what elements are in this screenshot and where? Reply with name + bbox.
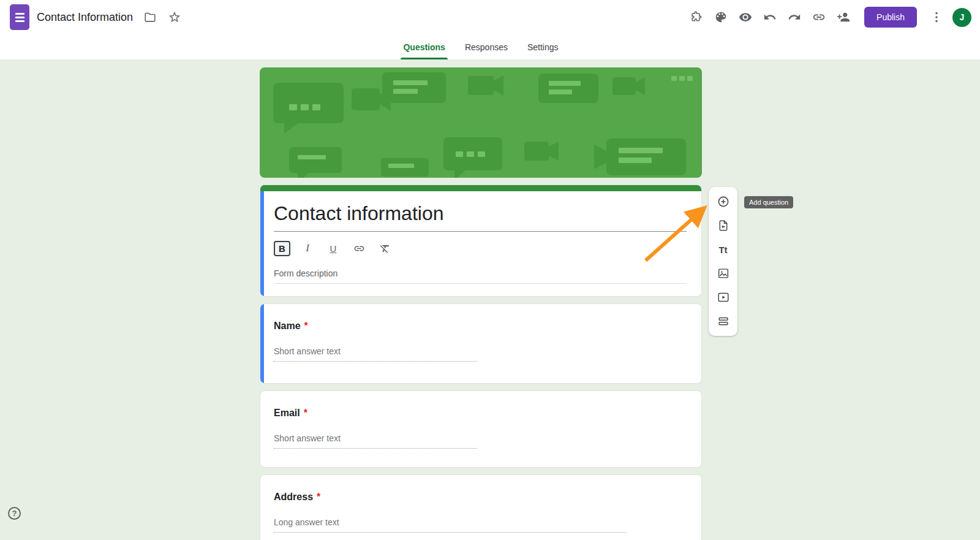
short-answer-placeholder: Short answer text — [274, 346, 477, 362]
more-vert-icon — [930, 10, 943, 24]
question-label-text: Name — [274, 321, 301, 331]
floating-action-toolbar: Tt — [709, 187, 737, 336]
forms-logo-icon[interactable] — [10, 4, 29, 30]
form-tabs: Questions Responses Settings — [0, 34, 980, 59]
link-icon — [812, 10, 826, 24]
add-image-icon — [717, 267, 730, 280]
logo-list-lines — [15, 13, 24, 15]
move-folder-button[interactable] — [138, 5, 162, 29]
question-label[interactable]: Address* — [274, 492, 687, 503]
required-asterisk: * — [304, 408, 307, 418]
person-add-icon — [837, 10, 850, 24]
question-card-email[interactable]: Email* Short answer text — [260, 390, 702, 468]
undo-button[interactable] — [758, 5, 782, 29]
selection-indicator — [260, 185, 264, 296]
add-video-icon — [717, 291, 730, 304]
tab-settings[interactable]: Settings — [520, 34, 566, 59]
add-title-button[interactable]: Tt — [713, 239, 734, 260]
question-label-text: Email — [274, 408, 300, 418]
insert-link-button[interactable] — [350, 240, 368, 256]
format-toolbar: B I U — [274, 240, 687, 256]
star-button[interactable] — [162, 5, 187, 29]
add-video-button[interactable] — [713, 287, 734, 308]
form-description-input[interactable] — [274, 268, 687, 284]
clear-formatting-icon — [379, 243, 391, 254]
question-card-address[interactable]: Address* Long answer text — [260, 474, 702, 540]
theme-accent-bar — [260, 185, 701, 191]
question-card-name[interactable]: Name* Short answer text — [260, 303, 702, 384]
star-icon — [168, 10, 181, 24]
redo-icon — [788, 10, 801, 24]
customize-theme-button[interactable] — [709, 5, 733, 29]
more-options-button[interactable] — [924, 5, 949, 29]
copy-link-button[interactable] — [807, 5, 831, 29]
extensions-button[interactable] — [684, 5, 709, 29]
help-icon: ? — [12, 509, 17, 518]
add-section-button[interactable] — [713, 311, 734, 332]
redo-button[interactable] — [782, 5, 807, 29]
extensions-icon — [690, 10, 703, 24]
preview-button[interactable] — [733, 5, 758, 29]
clear-formatting-button[interactable] — [376, 240, 393, 256]
tab-responses[interactable]: Responses — [458, 34, 515, 59]
form-canvas: B I U Name* Short answer text Email* Sho… — [0, 59, 980, 540]
bold-button[interactable]: B — [274, 241, 290, 256]
form-column: B I U Name* Short answer text Email* Sho… — [260, 67, 702, 540]
long-answer-placeholder: Long answer text — [274, 517, 627, 533]
palette-icon — [714, 10, 728, 24]
tab-questions[interactable]: Questions — [396, 34, 452, 59]
required-asterisk: * — [304, 321, 308, 331]
question-label[interactable]: Email* — [274, 408, 687, 419]
underline-icon: U — [330, 243, 337, 254]
eye-icon — [739, 10, 752, 24]
add-title-icon: Tt — [718, 245, 727, 255]
underline-button[interactable]: U — [325, 240, 342, 256]
bold-icon: B — [279, 243, 285, 254]
import-questions-icon — [717, 219, 730, 232]
add-question-icon — [717, 195, 730, 208]
selection-indicator — [260, 304, 264, 383]
add-section-icon — [717, 314, 730, 328]
publish-button[interactable]: Publish — [864, 7, 917, 28]
add-question-tooltip: Add question — [744, 196, 793, 208]
import-questions-button[interactable] — [713, 215, 734, 236]
header-banner-image — [260, 67, 702, 178]
undo-icon — [763, 10, 777, 24]
top-bar: Contact Information Publish J — [0, 0, 980, 34]
banner-pattern — [260, 67, 702, 178]
question-label-text: Address — [274, 492, 313, 502]
add-image-button[interactable] — [713, 263, 734, 284]
form-title-input[interactable] — [274, 202, 687, 232]
form-title-card[interactable]: B I U — [260, 184, 702, 297]
account-avatar[interactable]: J — [952, 8, 971, 27]
add-question-button[interactable] — [713, 191, 734, 212]
italic-icon: I — [306, 242, 309, 254]
short-answer-placeholder: Short answer text — [274, 433, 477, 449]
add-collaborators-button[interactable] — [831, 5, 856, 29]
document-title[interactable]: Contact Information — [37, 11, 133, 24]
folder-icon — [143, 10, 157, 24]
required-asterisk: * — [317, 492, 320, 502]
italic-button[interactable]: I — [299, 240, 316, 256]
tabs-group: Questions Responses Settings — [396, 34, 565, 59]
help-button[interactable]: ? — [8, 507, 21, 520]
question-label[interactable]: Name* — [274, 321, 687, 332]
insert-link-icon — [353, 243, 365, 254]
